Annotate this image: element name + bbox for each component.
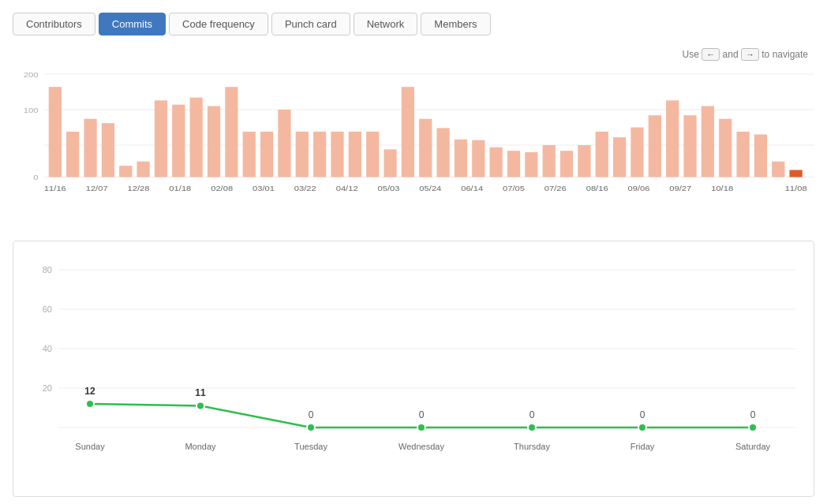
key-left: ← [702, 48, 720, 61]
svg-rect-23 [331, 132, 343, 177]
data-point-thursday [528, 424, 536, 431]
tab-members[interactable]: Members [421, 13, 490, 35]
svg-rect-10 [102, 123, 114, 177]
svg-text:12/28: 12/28 [128, 184, 150, 192]
svg-text:100: 100 [24, 105, 39, 114]
svg-text:80: 80 [43, 265, 52, 274]
svg-text:09/06: 09/06 [628, 184, 650, 192]
bar-chart-svg: 200 100 0 [13, 67, 814, 209]
svg-rect-21 [296, 132, 309, 177]
svg-rect-22 [313, 132, 326, 177]
svg-rect-13 [155, 100, 167, 177]
xlabel-thursday: Thursday [514, 442, 550, 451]
value-label-friday: 0 [640, 409, 646, 420]
navigate-hint: Use ← and → to navigate [13, 48, 814, 61]
bar-chart: 200 100 0 [13, 67, 814, 225]
svg-rect-35 [543, 145, 556, 177]
svg-rect-39 [613, 137, 626, 177]
svg-rect-11 [119, 166, 132, 177]
svg-rect-9 [84, 119, 96, 177]
svg-text:05/24: 05/24 [419, 184, 441, 192]
svg-rect-48 [772, 162, 784, 177]
svg-rect-33 [507, 151, 520, 177]
svg-text:07/05: 07/05 [503, 184, 525, 192]
data-point-monday [196, 402, 204, 410]
svg-text:20: 20 [43, 383, 52, 393]
line-chart-svg: 80 60 40 20 12 11 0 0 0 0 0 Sunday [26, 254, 801, 475]
svg-rect-26 [384, 149, 396, 177]
svg-text:10/18: 10/18 [711, 184, 733, 192]
svg-rect-16 [208, 106, 220, 177]
svg-text:11/08: 11/08 [785, 184, 807, 192]
line-chart: 80 60 40 20 12 11 0 0 0 0 0 Sunday [13, 241, 814, 497]
tab-contributors[interactable]: Contributors [13, 13, 95, 35]
svg-rect-29 [436, 128, 449, 177]
svg-rect-8 [66, 132, 79, 177]
page: Contributors Commits Code frequency Punc… [0, 0, 827, 504]
svg-rect-28 [419, 119, 432, 177]
svg-rect-27 [402, 87, 414, 177]
svg-rect-32 [490, 147, 503, 177]
svg-rect-49 [790, 170, 803, 177]
tab-bar: Contributors Commits Code frequency Punc… [13, 13, 814, 35]
svg-text:02/08: 02/08 [211, 184, 233, 192]
xlabel-saturday: Saturday [735, 442, 771, 451]
value-label-wednesday: 0 [419, 409, 425, 420]
svg-text:06/14: 06/14 [461, 184, 483, 192]
svg-text:05/03: 05/03 [378, 184, 400, 192]
svg-text:11/16: 11/16 [44, 184, 66, 192]
svg-rect-40 [631, 128, 643, 177]
svg-rect-19 [260, 132, 273, 177]
svg-text:0: 0 [33, 173, 38, 181]
svg-rect-15 [190, 98, 203, 177]
svg-rect-25 [366, 132, 379, 177]
xlabel-wednesday: Wednesday [399, 442, 444, 451]
data-point-wednesday [417, 424, 425, 431]
svg-text:03/22: 03/22 [294, 184, 316, 192]
xlabel-sunday: Sunday [75, 442, 105, 451]
svg-text:40: 40 [43, 344, 52, 353]
tab-network[interactable]: Network [354, 13, 418, 35]
key-right: → [741, 48, 759, 61]
xlabel-tuesday: Tuesday [294, 442, 327, 451]
data-point-saturday [749, 424, 757, 431]
svg-rect-46 [736, 132, 749, 177]
svg-rect-12 [137, 162, 149, 177]
svg-rect-18 [243, 132, 256, 177]
data-point-friday [638, 424, 646, 431]
value-label-saturday: 0 [750, 409, 756, 420]
tab-punch-card[interactable]: Punch card [271, 13, 350, 35]
tab-code-frequency[interactable]: Code frequency [169, 13, 268, 35]
svg-text:09/27: 09/27 [669, 184, 691, 192]
svg-rect-30 [455, 140, 467, 177]
svg-rect-20 [278, 110, 290, 177]
svg-text:07/26: 07/26 [544, 184, 567, 192]
svg-text:08/16: 08/16 [586, 184, 608, 192]
svg-text:200: 200 [24, 69, 39, 78]
data-point-sunday [86, 400, 94, 408]
svg-text:01/18: 01/18 [169, 184, 191, 192]
xlabel-friday: Friday [631, 442, 655, 451]
svg-rect-36 [560, 151, 573, 177]
value-label-monday: 11 [195, 387, 206, 398]
value-label-tuesday: 0 [309, 409, 314, 420]
value-label-sunday: 12 [84, 386, 95, 397]
svg-text:04/12: 04/12 [336, 184, 358, 192]
svg-rect-44 [702, 106, 714, 177]
svg-rect-34 [525, 152, 537, 177]
svg-rect-24 [349, 132, 361, 177]
tab-commits[interactable]: Commits [99, 13, 166, 35]
data-point-tuesday [307, 424, 315, 431]
svg-rect-14 [172, 105, 185, 177]
svg-rect-31 [472, 140, 485, 177]
svg-rect-17 [225, 87, 238, 177]
svg-text:12/07: 12/07 [86, 184, 108, 192]
svg-rect-43 [683, 115, 696, 177]
svg-rect-41 [649, 115, 661, 177]
value-label-thursday: 0 [530, 409, 535, 420]
svg-rect-42 [666, 100, 679, 177]
svg-rect-37 [578, 145, 590, 177]
xlabel-monday: Monday [185, 442, 216, 451]
svg-rect-38 [596, 132, 608, 177]
svg-rect-7 [49, 87, 62, 177]
